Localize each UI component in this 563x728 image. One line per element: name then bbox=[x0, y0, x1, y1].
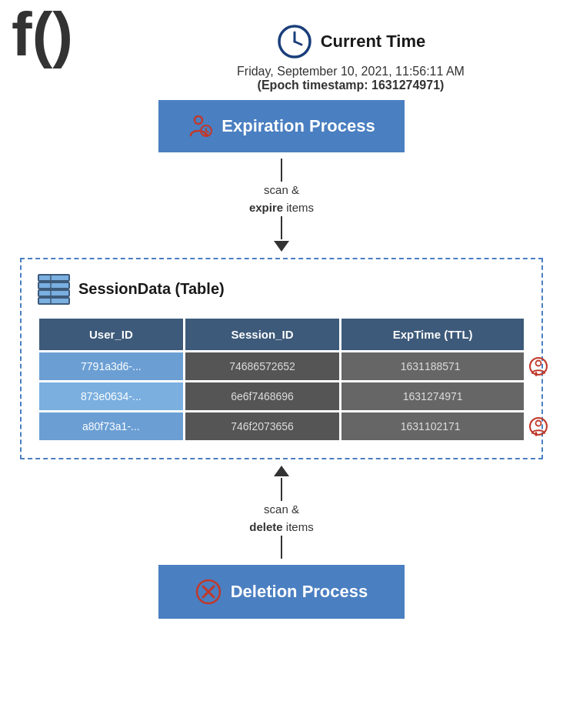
arrow-down-text: scan & expire items bbox=[249, 182, 314, 216]
current-time-epoch: (Epoch timestamp: 1631274971) bbox=[258, 78, 445, 92]
svg-rect-12 bbox=[38, 298, 69, 304]
table-header-row-cols: User_ID Session_ID ExpTime (TTL) bbox=[39, 319, 524, 350]
svg-point-19 bbox=[536, 421, 541, 426]
current-time-title: Current Time bbox=[321, 32, 426, 52]
svg-rect-10 bbox=[38, 282, 69, 289]
arrow-up-chevron bbox=[274, 466, 289, 476]
cell-session-id-3: 746f2073656 bbox=[185, 412, 340, 440]
col-exp-time: ExpTime (TTL) bbox=[341, 319, 524, 350]
current-time-header: Current Time bbox=[276, 23, 426, 60]
table-row: 7791a3d6-... 74686572652 1631188571 bbox=[39, 352, 524, 380]
session-table-container: SessionData (Table) User_ID Session_ID E… bbox=[20, 258, 543, 459]
svg-rect-11 bbox=[38, 290, 69, 296]
session-data-table: User_ID Session_ID ExpTime (TTL) 7791a3d… bbox=[37, 316, 526, 442]
cell-session-id-1: 74686572652 bbox=[185, 352, 340, 380]
clock-icon bbox=[276, 23, 313, 60]
cell-user-id-1: 7791a3d6-... bbox=[39, 352, 183, 380]
table-row: 873e0634-... 6e6f7468696 1631274971 bbox=[39, 382, 524, 410]
arrow-line-down bbox=[281, 159, 282, 182]
exp-time-badge-row3: 1631102171 bbox=[348, 420, 518, 432]
expired-icon-row3 bbox=[528, 416, 548, 436]
arrow-line-up-2 bbox=[281, 536, 282, 559]
arrow-up-label: scan & delete items bbox=[249, 466, 313, 559]
cell-exp-time-3: 1631102171 bbox=[341, 412, 524, 440]
table-header-row: SessionData (Table) bbox=[37, 272, 526, 306]
delete-strong: delete bbox=[249, 520, 282, 533]
page-container: f() Current Time Friday, September 10, 2… bbox=[0, 0, 563, 728]
cell-session-id-2: 6e6f7468696 bbox=[185, 382, 340, 410]
database-table-icon bbox=[37, 272, 71, 306]
table-body: 7791a3d6-... 74686572652 1631188571 bbox=[39, 352, 524, 440]
top-left-logo: f() bbox=[0, 0, 85, 69]
cell-user-id-3: a80f73a1-... bbox=[39, 412, 183, 440]
expired-icon-row1 bbox=[528, 356, 548, 376]
svg-point-3 bbox=[195, 116, 202, 124]
svg-line-2 bbox=[295, 42, 301, 45]
col-session-id: Session_ID bbox=[185, 319, 340, 350]
table-head: User_ID Session_ID ExpTime (TTL) bbox=[39, 319, 524, 350]
arrow-line-down-2 bbox=[281, 216, 282, 239]
table-row: a80f73a1-... 746f2073656 1631102171 bbox=[39, 412, 524, 440]
arrow-up-text: scan & delete items bbox=[249, 501, 313, 536]
cell-user-id-2: 873e0634-... bbox=[39, 382, 183, 410]
arrow-down-label: scan & expire items bbox=[249, 159, 314, 252]
svg-rect-9 bbox=[38, 275, 69, 281]
cell-exp-time-2: 1631274971 bbox=[341, 382, 524, 410]
expiration-process-label: Expiration Process bbox=[222, 116, 375, 136]
main-content: Expiration Process scan & expire items bbox=[0, 100, 563, 619]
arrow-line-up bbox=[281, 478, 282, 501]
session-table-title: SessionData (Table) bbox=[78, 280, 225, 298]
expiration-process-box: Expiration Process bbox=[158, 100, 405, 152]
svg-point-15 bbox=[536, 361, 541, 366]
deletion-process-box: Deletion Process bbox=[158, 565, 405, 619]
col-user-id: User_ID bbox=[39, 319, 183, 350]
svg-line-6 bbox=[206, 131, 208, 132]
current-time-section: Current Time Friday, September 10, 2021,… bbox=[138, 15, 563, 92]
arrow-down-chevron bbox=[274, 241, 289, 252]
expiration-icon bbox=[188, 114, 212, 139]
exp-time-badge-row1: 1631188571 bbox=[348, 360, 518, 372]
expire-strong: expire bbox=[249, 201, 283, 214]
current-time-date: Friday, September 10, 2021, 11:56:11 AM bbox=[237, 65, 465, 78]
deletion-process-label: Deletion Process bbox=[231, 582, 368, 602]
deletion-icon bbox=[195, 579, 222, 605]
cell-exp-time-1: 1631188571 bbox=[341, 352, 524, 380]
